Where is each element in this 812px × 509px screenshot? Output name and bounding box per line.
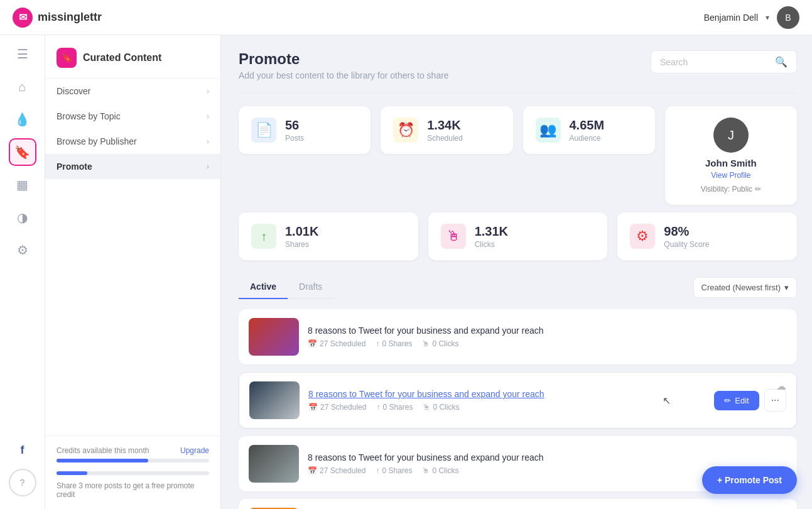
list-item: 8 reasons to Tweet for your business and… (239, 499, 797, 509)
stat-number-scheduled: 1.34K (427, 118, 463, 133)
click-meta-icon: 🖱 (422, 339, 430, 348)
search-box[interactable]: 🔍 (651, 50, 797, 74)
stat-number-posts: 56 (285, 118, 304, 133)
edit-button[interactable]: ✏ Edit (714, 391, 759, 410)
stat-number-shares: 1.01K (285, 224, 318, 239)
sidebar-icon-drop[interactable]: 💧 (9, 106, 36, 133)
stat-info-quality: 98% Quality Score (664, 224, 709, 249)
cursor-indicator: ↖ (663, 395, 671, 407)
meta-scheduled: 📅 27 Scheduled (308, 466, 365, 475)
chevron-right-icon: › (207, 87, 209, 96)
curated-logo-icon: 🔖 (57, 48, 77, 68)
content-thumbnail (249, 445, 299, 483)
tabs-row: Active Drafts Created (Newest first) ▾ (239, 275, 797, 299)
calendar-meta-icon: 📅 (308, 339, 317, 348)
content-thumbnail (249, 318, 299, 356)
sidebar-icon-help[interactable]: ? (9, 469, 36, 496)
search-icon: 🔍 (775, 56, 788, 68)
user-name: Benjamin Dell (704, 13, 758, 23)
content-title-linked[interactable]: 8 reasons to Tweet for your business and… (308, 389, 705, 399)
chevron-right-icon: › (207, 162, 209, 171)
upgrade-link[interactable]: Upgrade (180, 446, 209, 455)
clicks-icon: 🖱 (441, 224, 466, 249)
curated-title: Curated Content (83, 52, 161, 63)
stat-card-posts: 📄 56 Posts (239, 106, 371, 154)
share-note: Share 3 more posts to get a free promote… (57, 481, 209, 499)
view-profile-link[interactable]: View Profile (711, 171, 750, 180)
stat-card-shares: ↑ 1.01K Shares (239, 212, 418, 260)
tabs: Active Drafts (239, 275, 333, 299)
top-nav: ✉ missinglettr Benjamin Dell ▾ B (0, 0, 812, 35)
sidebar-item-browse-topic[interactable]: Browse by Topic › (45, 104, 220, 129)
content-title[interactable]: 8 reasons to Tweet for your business and… (308, 452, 787, 462)
profile-card: J John Smith View Profile Visibility: Pu… (665, 106, 797, 205)
sidebar-item-browse-publisher[interactable]: Browse by Publisher › (45, 129, 220, 154)
cloud-icon: ☁ (776, 380, 786, 392)
curated-footer: Credits available this month Upgrade Sha… (45, 435, 220, 509)
sidebar-item-label-browse-topic: Browse by Topic (57, 111, 121, 121)
posts-icon: 📄 (251, 118, 276, 143)
content-title[interactable]: 8 reasons to Tweet for your business and… (308, 326, 787, 336)
credits-progress-bar-fill-small (57, 471, 87, 475)
meta-shares: ↑ 0 Shares (376, 339, 412, 348)
sidebar-icon-menu[interactable]: ☰ (9, 40, 36, 68)
content-meta: 📅 27 Scheduled ↑ 0 Shares 🖱 0 Clicks (308, 339, 787, 348)
visibility-text: Visibility: Public (701, 185, 752, 194)
logo-icon: ✉ (13, 8, 33, 28)
calendar-meta-icon: 📅 (308, 403, 318, 412)
sidebar-item-discover[interactable]: Discover › (45, 79, 220, 104)
meta-scheduled: 📅 27 Scheduled (308, 403, 366, 412)
content-actions: ✏ Edit ··· (714, 389, 786, 412)
divider (239, 93, 797, 94)
edit-visibility-icon[interactable]: ✏ (755, 185, 761, 194)
credits-progress-bar-fill (57, 459, 148, 462)
chevron-right-icon: › (207, 112, 209, 121)
sidebar-item-label-browse-publisher: Browse by Publisher (57, 136, 137, 146)
promote-header: Promote Add your best content to the lib… (239, 50, 797, 80)
meta-clicks: 🖱 0 Clicks (423, 403, 459, 412)
scheduled-icon: ⏰ (393, 118, 418, 143)
top-nav-right: Benjamin Dell ▾ B (704, 6, 799, 29)
sort-select[interactable]: Created (Newest first) ▾ (693, 277, 797, 298)
curated-sidebar: 🔖 Curated Content Discover › Browse by T… (45, 0, 221, 509)
sidebar-icon-settings[interactable]: ⚙ (9, 236, 36, 264)
tab-active[interactable]: Active (239, 275, 288, 299)
profile-visibility: Visibility: Public ✏ (701, 185, 761, 194)
stat-label-quality: Quality Score (664, 240, 709, 249)
calendar-meta-icon: 📅 (308, 466, 317, 475)
sidebar-item-promote[interactable]: Promote › (45, 154, 220, 179)
stat-info-scheduled: 1.34K Scheduled (427, 118, 463, 143)
credits-progress-bar-bg (57, 459, 209, 462)
stat-label-scheduled: Scheduled (427, 134, 463, 143)
left-sidebar: ☰ ⌂ 💧 🔖 ▦ ◑ ⚙ f ? (0, 0, 45, 509)
share-meta-icon: ↑ (376, 339, 379, 348)
logo-area: ✉ missinglettr (13, 8, 102, 28)
promote-post-button[interactable]: + Promote Post (702, 466, 797, 494)
list-item: ☁ 8 reasons to Tweet for your business a… (239, 372, 797, 429)
stat-info-posts: 56 Posts (285, 118, 304, 143)
sidebar-icon-home[interactable]: ⌂ (9, 73, 36, 101)
stat-card-quality: ⚙ 98% Quality Score (617, 212, 797, 260)
sidebar-icon-curated[interactable]: 🔖 (9, 138, 36, 166)
sidebar-icon-calendar[interactable]: ▦ (9, 171, 36, 199)
meta-shares: ↑ 0 Shares (376, 466, 412, 475)
sidebar-item-label-discover: Discover (57, 86, 90, 96)
sidebar-icon-analytics[interactable]: ◑ (9, 204, 36, 231)
stats-grid: 📄 56 Posts ⏰ 1.34K Scheduled 👥 4.65M Aud… (239, 106, 797, 205)
logo-text: missinglettr (38, 11, 102, 24)
avatar[interactable]: B (777, 6, 799, 29)
stat-number-clicks: 1.31K (475, 224, 508, 239)
list-item: 8 reasons to Tweet for your business and… (239, 309, 797, 364)
stat-number-audience: 4.65M (570, 118, 605, 133)
share-meta-icon: ↑ (376, 466, 379, 475)
search-input[interactable] (660, 57, 770, 67)
sidebar-icon-facebook[interactable]: f (9, 436, 36, 464)
user-menu-chevron[interactable]: ▾ (766, 13, 769, 22)
more-options-button[interactable]: ··· (764, 389, 786, 412)
audience-icon: 👥 (536, 118, 561, 143)
meta-clicks: 🖱 0 Clicks (422, 339, 458, 348)
stats-row2: ↑ 1.01K Shares 🖱 1.31K Clicks ⚙ 98% Qual… (239, 212, 797, 260)
stat-label-shares: Shares (285, 240, 318, 249)
sidebar-item-label-promote: Promote (57, 161, 92, 172)
tab-drafts[interactable]: Drafts (288, 275, 333, 299)
